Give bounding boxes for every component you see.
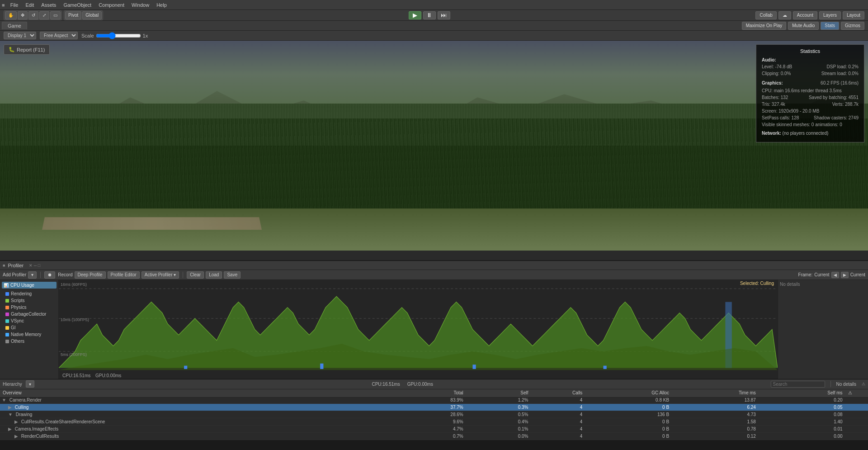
scripts-item[interactable]: Scripts bbox=[4, 297, 57, 304]
current-label: Current bbox=[814, 272, 829, 277]
pause-button[interactable]: ⏸ bbox=[423, 11, 436, 19]
menu-help[interactable]: Help bbox=[153, 1, 170, 9]
row-time-ms: 4.73 bbox=[672, 411, 759, 418]
table-row[interactable]: ▶ Culling 37.7% 0.3% 4 0 B 6.24 0.05 bbox=[0, 403, 868, 411]
graphics-fps: 60.2 FPS (16.6ms) bbox=[821, 80, 859, 87]
hierarchy-btn[interactable]: ▾ bbox=[26, 380, 34, 388]
account-button[interactable]: Account bbox=[793, 11, 817, 19]
profiler-toolbar: Add Profiler ▾ ⏺ Record Deep Profile Pro… bbox=[0, 270, 868, 280]
top-right-controls: Collab ☁ Account Layers Layout bbox=[755, 11, 864, 19]
row-time-ms: 1.58 bbox=[672, 418, 759, 425]
audio-stream: Stream load: 0.0% bbox=[821, 70, 859, 77]
search-input[interactable] bbox=[771, 381, 825, 388]
expand-arrow[interactable]: ▶ bbox=[8, 426, 12, 431]
col-self-ms[interactable]: Self ms bbox=[759, 389, 845, 397]
warn-btn[interactable]: ⚠ bbox=[862, 382, 865, 386]
row-gc-alloc: 0 B bbox=[585, 425, 672, 432]
row-self: 0.1% bbox=[466, 425, 531, 432]
row-time-ms: 0.78 bbox=[672, 425, 759, 432]
audio-section: Audio: Level: -74.8 dB DSP load: 0.2% Cl… bbox=[762, 57, 859, 77]
audio-level-row: Level: -74.8 dB DSP load: 0.2% bbox=[762, 63, 859, 70]
scale-label: Scale bbox=[81, 33, 94, 38]
global-btn[interactable]: Global bbox=[82, 11, 102, 19]
layout-button[interactable]: Layout bbox=[843, 11, 864, 19]
game-viewport: 🐛 Report (F11) Statistics Audio: Level: … bbox=[0, 41, 868, 251]
add-profiler-btn[interactable]: ▾ bbox=[28, 271, 37, 279]
rect-tool[interactable]: ▭ bbox=[50, 11, 61, 19]
graphics-section: Graphics: 60.2 FPS (16.6ms) CPU: main 16… bbox=[762, 80, 859, 128]
record-btn[interactable]: ⏺ bbox=[44, 271, 55, 279]
col-gc-alloc[interactable]: GC Alloc bbox=[585, 389, 672, 397]
collab-button[interactable]: Collab bbox=[755, 11, 776, 19]
cpu-usage-item[interactable]: 📊 CPU Usage bbox=[2, 282, 57, 289]
table-row[interactable]: ▶ Camera.ImageEffects 4.7% 0.1% 4 0 B 0.… bbox=[0, 425, 868, 432]
maximize-on-play-btn[interactable]: Maximize On Play bbox=[742, 22, 787, 30]
clear-btn[interactable]: Clear bbox=[187, 271, 204, 279]
frame-next-btn[interactable]: ▶ bbox=[841, 272, 849, 278]
expand-arrow[interactable]: ▶ bbox=[8, 405, 12, 410]
menu-gameobject[interactable]: GameObject bbox=[60, 1, 95, 9]
expand-arrow[interactable]: ▼ bbox=[2, 398, 6, 403]
layers-button[interactable]: Layers bbox=[819, 11, 841, 19]
deep-profile-btn[interactable]: Deep Profile bbox=[75, 271, 106, 279]
table-row[interactable]: ▼ Drawing 28.6% 0.5% 4 136 B 4.73 0.08 bbox=[0, 411, 868, 418]
row-time-ms: 6.24 bbox=[672, 403, 759, 411]
skinned-row: Visible skinned meshes: 0 animations: 0 bbox=[762, 121, 859, 128]
rotate-tool[interactable]: ↺ bbox=[28, 11, 38, 19]
expand-arrow[interactable]: ▼ bbox=[8, 412, 13, 417]
game-tab[interactable]: Game bbox=[2, 22, 27, 29]
gizmos-btn[interactable]: Gizmos bbox=[841, 22, 864, 30]
frame-prev-btn[interactable]: ◀ bbox=[831, 272, 839, 278]
aspect-select[interactable]: Free Aspect bbox=[40, 32, 78, 39]
load-btn[interactable]: Load bbox=[206, 271, 222, 279]
expand-arrow[interactable]: ▶ bbox=[14, 419, 18, 424]
table-row[interactable]: ▶ RenderCullResults 0.7% 0.0% 4 0 B 0.12… bbox=[0, 432, 868, 440]
scale-slider[interactable] bbox=[96, 32, 141, 39]
native-memory-item[interactable]: Native Memory bbox=[4, 331, 57, 338]
col-calls[interactable]: Calls bbox=[531, 389, 585, 397]
menu-window[interactable]: Window bbox=[128, 1, 153, 9]
menu-assets[interactable]: Assets bbox=[38, 1, 60, 9]
row-gc-alloc: 136 B bbox=[585, 411, 672, 418]
menu-component[interactable]: Component bbox=[95, 1, 128, 9]
transform-tools: ✋ ✥ ↺ ⤢ ▭ bbox=[4, 10, 62, 20]
menu-edit[interactable]: Edit bbox=[22, 1, 38, 9]
audio-clip-row: Clipping: 0.0% Stream load: 0.0% bbox=[762, 70, 859, 77]
display-select[interactable]: Display 1 bbox=[4, 32, 36, 39]
row-calls: 4 bbox=[531, 403, 585, 411]
step-button[interactable]: ⏭ bbox=[438, 11, 450, 19]
others-item[interactable]: Others bbox=[4, 338, 57, 345]
col-warn[interactable]: ⚠ bbox=[845, 389, 868, 397]
col-total[interactable]: Total bbox=[390, 389, 466, 397]
hand-tool[interactable]: ✋ bbox=[5, 11, 17, 19]
col-overview[interactable]: Overview bbox=[0, 389, 390, 397]
active-profiler-btn[interactable]: Active Profiler ▾ bbox=[142, 271, 179, 279]
physics-item[interactable]: Physics bbox=[4, 304, 57, 311]
move-tool[interactable]: ✥ bbox=[18, 11, 28, 19]
col-time-ms[interactable]: Time ms bbox=[672, 389, 759, 397]
report-button[interactable]: 🐛 Report (F11) bbox=[4, 44, 50, 55]
mute-audio-btn[interactable]: Mute Audio bbox=[788, 22, 819, 30]
table-row[interactable]: ▼ Camera.Render 83.9% 1.2% 4 0.8 KB 13.8… bbox=[0, 396, 868, 403]
col-self[interactable]: Self bbox=[466, 389, 531, 397]
row-name: CullResults.CreateSharedRendererScene bbox=[21, 419, 105, 424]
rendering-item[interactable]: Rendering bbox=[4, 290, 57, 297]
tris: Tris: 327.4k bbox=[762, 101, 785, 108]
pivot-btn[interactable]: Pivot bbox=[65, 11, 81, 19]
audio-dsp: DSP load: 0.2% bbox=[827, 63, 859, 70]
cloud-button[interactable]: ☁ bbox=[778, 11, 791, 19]
table-row[interactable]: ▶ CullResults.CreateSharedRendererScene … bbox=[0, 418, 868, 425]
save-btn[interactable]: Save bbox=[224, 271, 241, 279]
expand-arrow[interactable]: ▶ bbox=[14, 434, 18, 439]
gi-item[interactable]: GI bbox=[4, 324, 57, 331]
vsync-item[interactable]: VSync bbox=[4, 317, 57, 324]
row-gc-alloc: 0 B bbox=[585, 403, 672, 411]
gc-item[interactable]: GarbageCollector bbox=[4, 311, 57, 317]
play-button[interactable]: ▶ bbox=[409, 11, 421, 19]
menu-file[interactable]: File bbox=[7, 1, 22, 9]
current-frame-label: Current bbox=[850, 272, 865, 277]
stats-btn[interactable]: Stats bbox=[821, 22, 839, 30]
scale-tool[interactable]: ⤢ bbox=[39, 11, 49, 19]
path bbox=[42, 217, 262, 229]
profile-editor-btn[interactable]: Profile Editor bbox=[108, 271, 140, 279]
